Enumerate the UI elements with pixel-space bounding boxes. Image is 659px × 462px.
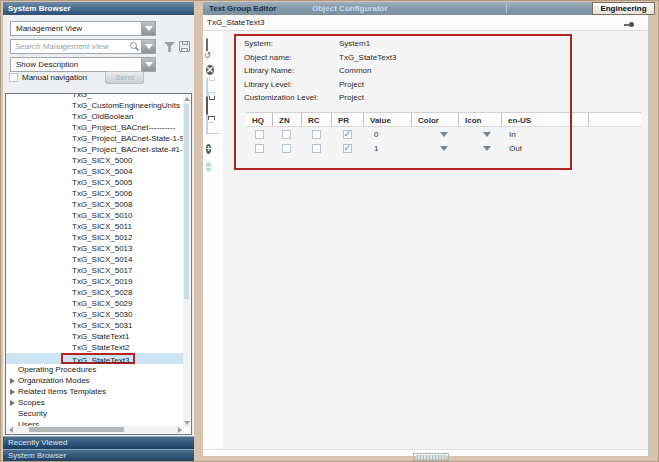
tree-item[interactable]: TxG_SICX_5004 (6, 166, 184, 177)
filter-icon[interactable] (164, 42, 175, 52)
checkbox-pr[interactable] (343, 144, 352, 153)
property-row: Customization Level:Project (244, 93, 564, 107)
splitter-grip[interactable] (413, 453, 449, 461)
add-row-button[interactable]: + (206, 138, 220, 152)
pin-icon[interactable] (624, 22, 634, 27)
send-button[interactable]: Send (105, 71, 144, 84)
system-tree: TxG_ TxG_CustomEngineeringUnits TxG_OldB… (5, 93, 192, 435)
expander-icon[interactable] (10, 378, 15, 384)
checkbox-hq[interactable] (255, 144, 264, 153)
tree-item[interactable]: TxG_Project_BACnet---------- (6, 122, 184, 133)
chevron-down-icon[interactable] (141, 22, 155, 35)
object-title-row: TxG_StateText3 (203, 15, 648, 31)
tree-item[interactable]: TxG_SICX_5028 (6, 287, 184, 298)
scroll-up-icon[interactable] (184, 97, 190, 101)
revert-document-button[interactable] (206, 39, 220, 53)
plus-icon: + (206, 144, 211, 154)
tree-item[interactable]: Scopes (6, 397, 184, 408)
save-as-button[interactable] (206, 97, 220, 111)
manual-navigation-checkbox[interactable] (9, 73, 18, 82)
horizontal-scrollbar[interactable] (7, 426, 184, 433)
checkbox-hq[interactable] (255, 130, 264, 139)
expander-icon[interactable] (10, 400, 15, 406)
table-row: 1 Out (246, 142, 641, 157)
scroll-down-icon[interactable] (184, 421, 190, 425)
object-title: TxG_StateText3 (207, 18, 264, 27)
tree-item[interactable]: Related Items Templates (6, 386, 184, 397)
scrollbar-thumb[interactable] (184, 104, 189, 299)
checkbox-rc[interactable] (312, 130, 321, 139)
en-us-cell: Out (501, 144, 588, 153)
tree-item[interactable]: TxG_SICX_5029 (6, 298, 184, 309)
vertical-scrollbar[interactable] (183, 95, 190, 427)
expander-icon[interactable] (10, 389, 15, 395)
tree-item[interactable]: Operating Procedures (6, 364, 184, 375)
scroll-right-icon[interactable] (178, 427, 182, 433)
checkbox-zn[interactable] (282, 144, 291, 153)
tree-item[interactable]: TxG_SICX_5017 (6, 265, 184, 276)
tree-item[interactable]: TxG_StateText2 (6, 342, 184, 353)
tree-item[interactable]: TxG_Project_BACnet-State-1-State-2 (6, 133, 184, 144)
search-box[interactable] (10, 39, 156, 54)
scroll-left-icon[interactable] (9, 427, 13, 433)
save-as-icon (206, 96, 208, 115)
scrollbar-thumb[interactable] (29, 427, 124, 432)
tree-item[interactable]: TxG_ (6, 93, 184, 100)
search-input[interactable] (13, 40, 125, 52)
tree-item[interactable]: TxG_SICX_5030 (6, 309, 184, 320)
tree-item[interactable]: TxG_SICX_5013 (6, 243, 184, 254)
checkbox-zn[interactable] (282, 130, 291, 139)
property-row: Library Level:Project (244, 80, 564, 94)
tree-list: TxG_ TxG_CustomEngineeringUnits TxG_OldB… (6, 93, 191, 430)
annotation-box: TxG_StateText3 (61, 353, 135, 364)
tree-item[interactable]: TxG_SICX_5019 (6, 276, 184, 287)
remove-row-button[interactable]: − (206, 156, 220, 170)
tree-item-selected[interactable]: TxG_StateText3 (6, 353, 184, 364)
show-description-dropdown[interactable]: Show Description (10, 57, 156, 72)
search-dropdown-chevron-icon[interactable] (141, 40, 155, 53)
minus-icon: − (206, 162, 211, 172)
tab-separator (506, 4, 507, 13)
icon-dropdown-icon[interactable] (483, 132, 491, 137)
tree-item[interactable]: TxG_SICX_5031 (6, 320, 184, 331)
show-description-value: Show Description (16, 58, 78, 71)
engineering-mode-badge[interactable]: Engineering (592, 2, 655, 15)
tab-object-configurator[interactable]: Object Configurator (306, 2, 394, 15)
system-browser-bar[interactable]: System Browser (3, 449, 194, 462)
tree-item[interactable]: TxG_SICX_5012 (6, 232, 184, 243)
tree-item[interactable]: TxG_CustomEngineeringUnits (6, 100, 184, 111)
customize-columns-button[interactable] (206, 116, 220, 130)
save-button[interactable] (206, 78, 220, 92)
tree-item[interactable]: TxG_SICX_5011 (6, 221, 184, 232)
tree-item[interactable]: TxG_SICX_5010 (6, 210, 184, 221)
management-view-dropdown[interactable]: Management View (10, 21, 156, 36)
property-row: System:System1 (244, 39, 564, 53)
tab-text-group-editor[interactable]: Text Group Editor (203, 2, 282, 15)
tree-item[interactable]: TxG_SICX_5006 (6, 188, 184, 199)
tree-item[interactable]: TxG_StateText1 (6, 331, 184, 342)
editor-toolbar: ✕ + − (203, 31, 223, 449)
tree-item[interactable]: TxG_SICX_5000 (6, 155, 184, 166)
tree-item[interactable]: TxG_SICX_5014 (6, 254, 184, 265)
color-dropdown-icon[interactable] (440, 146, 448, 151)
save-search-icon[interactable] (179, 41, 190, 52)
delete-button[interactable]: ✕ (206, 59, 220, 73)
tree-item[interactable]: TxG_SICX_5005 (6, 177, 184, 188)
toolbar-separator (206, 133, 219, 134)
color-dropdown-icon[interactable] (440, 132, 448, 137)
checkbox-rc[interactable] (312, 144, 321, 153)
management-view-value: Management View (16, 22, 82, 35)
recently-viewed-bar[interactable]: Recently Viewed (3, 436, 194, 449)
tree-item[interactable]: Organization Modes (6, 375, 184, 386)
tree-item[interactable]: TxG_Project_BACnet-state-#1-state-# (6, 144, 184, 155)
editor-tabbar: Text Group Editor Object Configurator (203, 2, 648, 15)
tree-item[interactable]: Security (6, 408, 184, 419)
tree-item[interactable]: TxG_OldBoolean (6, 111, 184, 122)
manual-navigation-label: Manual navigation (22, 73, 87, 82)
property-row: Object name:TxG_StateText3 (244, 53, 564, 67)
checkbox-pr[interactable] (343, 130, 352, 139)
chevron-down-icon[interactable] (141, 58, 155, 71)
icon-dropdown-icon[interactable] (483, 146, 491, 151)
table-row: 0 In (246, 127, 641, 142)
tree-item[interactable]: TxG_SICX_5008 (6, 199, 184, 210)
